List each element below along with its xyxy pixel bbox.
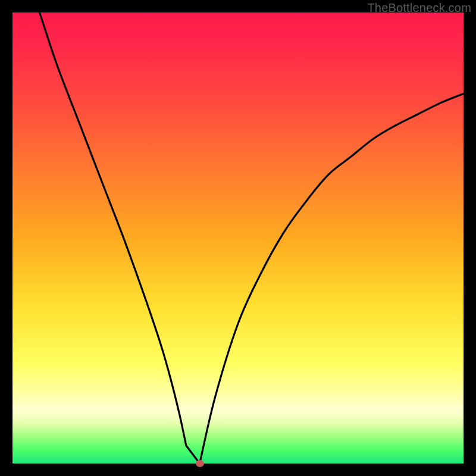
- watermark-text: TheBottleneck.com: [367, 1, 471, 15]
- outer-frame: TheBottleneck.com: [0, 0, 476, 476]
- optimum-marker: [196, 460, 204, 467]
- curve-path: [39, 12, 464, 464]
- bottleneck-curve: [12, 12, 464, 464]
- plot-area: [12, 12, 464, 464]
